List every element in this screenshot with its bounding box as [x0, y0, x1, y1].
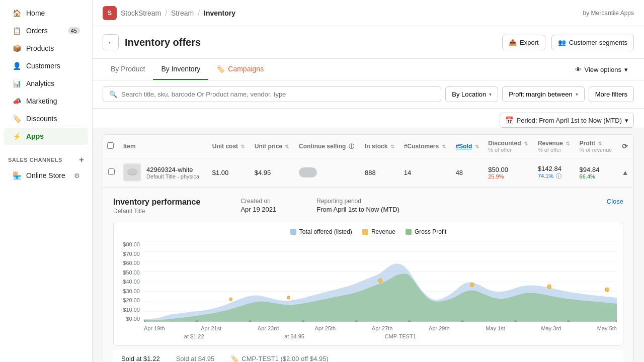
tag-icon: 🏷️	[216, 65, 225, 73]
th-unit-cost[interactable]: Unit cost ⇅	[208, 135, 251, 158]
created-label: Created on	[240, 198, 276, 205]
discounted-cell: $50.00 25.9%	[484, 158, 534, 187]
legend-revenue-dot	[362, 229, 368, 235]
topbar-breadcrumb: S StockStream / Stream / Inventory	[103, 6, 235, 20]
sidebar-item-analytics[interactable]: 📊 Analytics	[4, 75, 88, 92]
btab-cmp-label: CMP-TEST1 ($2.00 off $4.95)	[242, 355, 328, 362]
sales-channels-section: SALES CHANNELS +	[0, 149, 92, 166]
continue-selling-toggle[interactable]	[299, 167, 317, 177]
th-customers[interactable]: #Customers ⇅	[400, 135, 452, 158]
customers-value: 14	[404, 169, 411, 176]
th-unit-price[interactable]: Unit price ⇅	[251, 135, 295, 158]
online-store-label: Online Store	[26, 171, 65, 179]
export-button[interactable]: 📤 Export	[502, 35, 545, 50]
th-sold[interactable]: #Sold ⇅	[452, 135, 485, 158]
y-tick-40: $40.00	[123, 279, 140, 285]
store-icon: 🏪	[12, 171, 21, 180]
sidebar-item-products[interactable]: 📦 Products	[4, 40, 88, 57]
tab-campaigns-label: Campaigns	[228, 65, 264, 73]
select-all-checkbox[interactable]	[107, 142, 114, 149]
sidebar-item-label: Customers	[26, 62, 60, 70]
profit-amount: $94.84	[580, 166, 614, 173]
x-label-apr19: Apr 19th	[144, 325, 165, 331]
btab-cmp-test1[interactable]: 🏷️ CMP-TEST1 ($2.00 off $4.95)	[222, 350, 336, 362]
add-sales-channel-btn[interactable]: +	[79, 155, 84, 164]
btab-sold-495[interactable]: Sold at $4.95	[168, 350, 223, 362]
item-details: 42969324-white Default Title - physical	[146, 166, 201, 179]
sidebar-item-customers[interactable]: 👤 Customers	[4, 57, 88, 74]
sidebar-item-home[interactable]: 🏠 Home	[4, 5, 88, 22]
search-input[interactable]	[121, 90, 435, 98]
sidebar-item-apps[interactable]: ⚡ Apps	[4, 128, 88, 145]
main-tabs: By Product By Inventory 🏷️ Campaigns	[103, 59, 272, 80]
tab-campaigns[interactable]: 🏷️ Campaigns	[208, 59, 272, 80]
unit-cost-value: $1.00	[212, 169, 229, 176]
orders-icon: 📋	[12, 26, 21, 35]
sold-value: 48	[456, 169, 463, 176]
sidebar-item-orders[interactable]: 📋 Orders 45	[4, 22, 88, 39]
th-discounted[interactable]: Discounted ⇅ % of offer	[484, 135, 534, 158]
item-cell: 42969324-white Default Title - physical	[119, 158, 208, 187]
th-in-stock[interactable]: In stock ⇅	[361, 135, 400, 158]
legend-total-dot	[290, 229, 296, 235]
back-button[interactable]: ←	[103, 34, 119, 50]
th-item: Item	[119, 135, 208, 158]
filters-bar: 🔍 By Location ▾ Profit margin between ▾ …	[93, 80, 644, 109]
select-all-header[interactable]	[103, 135, 119, 158]
sales-channels-label: SALES CHANNELS	[8, 157, 62, 163]
y-tick-50: $50.00	[123, 269, 140, 276]
discounts-icon: 🏷️	[12, 114, 21, 123]
customer-icon: 👥	[558, 39, 566, 46]
customer-segments-button[interactable]: 👥 Customer segments	[551, 35, 634, 50]
sort-discounted-icon: ⇅	[524, 141, 528, 146]
profit-margin-button[interactable]: Profit margin between ▾	[502, 86, 584, 102]
sidebar-item-online-store[interactable]: 🏪 Online Store ⚙	[4, 167, 88, 184]
x-label-apr27: Apr 27th	[372, 325, 393, 331]
in-stock-cell: 888	[361, 158, 400, 187]
sidebar-item-label: Analytics	[26, 79, 54, 87]
row-checkbox-cell[interactable]	[103, 158, 119, 187]
item-content: 42969324-white Default Title - physical	[123, 163, 204, 182]
more-filters-button[interactable]: More filters	[589, 86, 634, 102]
chart-body: $80.00 $70.00 $60.00 $50.00 $40.00 $30.0…	[120, 241, 617, 339]
th-revenue[interactable]: Revenue ⇅ % of offer	[534, 135, 576, 158]
th-refresh[interactable]: ⟳	[618, 135, 633, 158]
in-stock-value: 888	[365, 169, 376, 176]
btab-sold-122[interactable]: Sold at $1.22	[113, 350, 168, 362]
svg-point-16	[229, 298, 232, 301]
apps-icon: ⚡	[12, 132, 21, 141]
store-settings-icon[interactable]: ⚙	[74, 172, 80, 179]
tab-by-product[interactable]: By Product	[103, 59, 153, 80]
reporting-label: Reporting period	[316, 198, 399, 205]
app-name: StockStream	[121, 9, 161, 17]
current-page: Inventory	[204, 9, 235, 17]
sidebar-item-marketing[interactable]: 📣 Marketing	[4, 93, 88, 110]
legend-revenue-label: Revenue	[371, 228, 395, 235]
page-header-right: 📤 Export 👥 Customer segments	[502, 35, 634, 50]
expand-info: Inventory performance Default Title Crea…	[113, 198, 399, 215]
sidebar-item-discounts[interactable]: 🏷️ Discounts	[4, 110, 88, 127]
orders-badge: 45	[68, 27, 80, 34]
search-box[interactable]: 🔍	[103, 86, 441, 102]
discounted-amount: $50.00	[488, 166, 530, 173]
th-profit[interactable]: Profit ⇅ % of revenue	[576, 135, 618, 158]
tab-by-inventory[interactable]: By Inventory	[153, 59, 208, 80]
continue-selling-info-icon[interactable]: ⓘ	[349, 143, 354, 149]
revenue-info-icon[interactable]: ⓘ	[556, 173, 561, 179]
expand-reporting-section: Reporting period From April 1st to Now (…	[316, 198, 399, 215]
row-checkbox[interactable]	[108, 168, 115, 175]
view-options-button[interactable]: 👁 View options ▾	[569, 62, 634, 77]
customer-segments-label: Customer segments	[569, 39, 627, 46]
refresh-icon[interactable]: ⟳	[622, 142, 628, 150]
continue-selling-cell[interactable]	[295, 158, 361, 187]
by-location-button[interactable]: By Location ▾	[445, 86, 498, 102]
content-area: ← Inventory offers 📤 Export 👥 Customer s…	[93, 26, 644, 362]
close-button[interactable]: Close	[607, 198, 623, 205]
profit-pct: 66.4%	[580, 173, 614, 179]
period-button[interactable]: 📅 Period: From April 1st to Now (MTD) ▾	[500, 113, 634, 128]
y-tick-70: $70.00	[123, 251, 140, 257]
expand-button[interactable]: ▲	[622, 168, 629, 176]
annotation-4-95: at $4.95	[284, 333, 304, 339]
expand-cell[interactable]: ▲	[618, 158, 633, 187]
customers-cell: 14	[400, 158, 452, 187]
